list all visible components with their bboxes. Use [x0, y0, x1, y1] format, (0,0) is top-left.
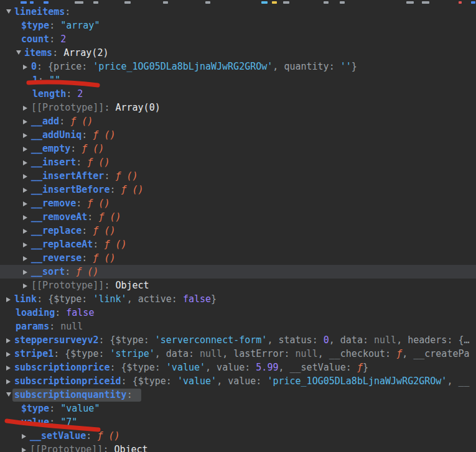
disclosure-triangle-right-icon[interactable] [6, 374, 14, 388]
console-row-replace-fn[interactable]: __replace: ƒ () [0, 224, 476, 238]
token-p: [[Prototype]] [31, 102, 104, 113]
console-row-remove-fn[interactable]: __remove: ƒ () [0, 196, 476, 210]
token-g: : [104, 170, 115, 182]
console-row-sort-fn[interactable]: __sort: ƒ () [0, 265, 476, 279]
token-b: false [183, 293, 211, 305]
console-row-replaceAt-fn[interactable]: __replaceAt: ƒ () [0, 238, 476, 251]
disclosure-triangle-right-icon[interactable] [23, 60, 31, 73]
disclosure-triangle-right-icon[interactable] [23, 265, 31, 279]
console-row-empty-fn[interactable]: __empty: ƒ () [0, 142, 476, 155]
token-s: 'stripe' [110, 348, 155, 359]
console-row-subscriptionprice[interactable]: subscriptionprice: {$type: 'value', valu… [0, 361, 476, 374]
disclosure-triangle-right-icon[interactable] [23, 128, 31, 142]
disclosure-triangle-right-icon[interactable] [23, 238, 31, 251]
disclosure-triangle-right-icon[interactable] [23, 142, 31, 155]
clipped-text-fragment [124, 1, 131, 4]
token-g: : [38, 75, 49, 86]
token-k: __empty [31, 143, 70, 154]
disclosure-triangle-right-icon[interactable] [23, 279, 31, 292]
console-row-subscriptionquantity-value[interactable]: value: "7" [0, 415, 476, 429]
token-g: } [352, 61, 357, 72]
console-row-removeAt-fn[interactable]: __removeAt: ƒ () [0, 210, 476, 224]
disclosure-triangle-right-icon[interactable] [23, 114, 31, 128]
token-f: ƒ () [104, 239, 126, 250]
clipped-text-fragment [340, 1, 345, 4]
clipped-console-row [0, 0, 476, 5]
disclosure-triangle-right-icon[interactable] [22, 443, 30, 452]
console-row-insertBefore-fn[interactable]: __insertBefore: ƒ () [0, 183, 476, 196]
clipped-text-fragment [283, 1, 289, 4]
clipped-text-fragment [93, 1, 98, 4]
token-g: , quantity: [273, 61, 340, 72]
disclosure-triangle-right-icon[interactable] [23, 196, 31, 210]
token-f: ƒ () [87, 157, 110, 168]
console-row-params[interactable]: params: null [0, 320, 476, 333]
console-row-subscriptionquantity[interactable]: subscriptionquantity: [0, 388, 476, 402]
console-row-lineitems-count[interactable]: count: 2 [0, 32, 476, 46]
console-row-subscriptionquantity-prototype[interactable]: [[Prototype]]: Object [0, 443, 476, 452]
disclosure-triangle-right-icon[interactable] [23, 224, 31, 238]
console-row-addUniq-fn[interactable]: __addUniq: ƒ () [0, 128, 476, 142]
disclosure-triangle-right-icon[interactable] [6, 361, 14, 374]
token-g: , __setValue: [278, 362, 357, 373]
token-k: $type [21, 20, 49, 31]
console-row-insert-fn[interactable]: __insert: ƒ () [0, 155, 476, 169]
disclosure-triangle-right-icon[interactable] [6, 292, 14, 306]
token-k: __remove [31, 198, 76, 209]
console-row-loading[interactable]: loading: false [0, 306, 476, 320]
token-b: false [66, 307, 94, 318]
console-row-stripe1[interactable]: stripe1: {$type: 'stripe', data: null, l… [0, 347, 476, 361]
token-k: params [16, 321, 49, 332]
console-row-items-0[interactable]: 0: {price: 'price_1OG05DLa8bLjnaWJwRG2GR… [0, 60, 476, 73]
token-k: 1 [32, 75, 38, 86]
console-row-add-fn[interactable]: __add: ƒ () [0, 114, 476, 128]
console-row-lineitems-type[interactable]: $type: "array" [0, 19, 476, 32]
token-k: subscriptionprice [14, 362, 110, 373]
disclosure-triangle-right-icon[interactable] [6, 333, 14, 347]
token-s: 'link' [93, 293, 126, 305]
console-row-items[interactable]: items: Array(2) [0, 46, 476, 60]
token-g: : {$type: [37, 293, 93, 305]
selection-highlight: subscriptionquantity: [12, 389, 141, 402]
token-g: : [49, 34, 60, 45]
disclosure-triangle-down-icon[interactable] [16, 46, 24, 60]
token-f: ƒ () [70, 116, 93, 127]
disclosure-triangle-right-icon[interactable] [23, 210, 31, 224]
console-row-items-1[interactable]: 1: "" [0, 73, 476, 87]
clipped-text-fragment [30, 1, 34, 4]
disclosure-triangle-right-icon[interactable] [23, 155, 31, 169]
clipped-text-fragment [44, 1, 49, 4]
console-row-lineitems-prototype[interactable]: [[Prototype]]: Object [0, 279, 476, 292]
disclosure-triangle-right-icon[interactable] [23, 169, 31, 183]
console-row-subscriptionquantity-type[interactable]: $type: "value" [0, 402, 476, 415]
disclosure-triangle-right-icon[interactable] [23, 101, 31, 114]
token-g: : [49, 403, 60, 414]
token-k: subscriptionpriceid [14, 376, 121, 387]
console-row-setValue-fn[interactable]: __setValue: ƒ () [0, 429, 476, 443]
token-k: __addUniq [31, 129, 82, 141]
clipped-text-fragment [163, 1, 168, 4]
console-row-reverse-fn[interactable]: __reverse: ƒ () [0, 251, 476, 265]
token-g: : [65, 266, 76, 277]
disclosure-triangle-right-icon[interactable] [6, 347, 14, 361]
token-g: : [127, 389, 133, 400]
disclosure-triangle-down-icon[interactable] [6, 5, 14, 19]
console-row-items-prototype[interactable]: [[Prototype]]: Array(0) [0, 101, 476, 114]
token-g: : {$type: [121, 376, 177, 387]
token-k: __replaceAt [31, 239, 93, 250]
disclosure-triangle-right-icon[interactable] [22, 429, 30, 443]
console-row-link[interactable]: link: {$type: 'link', active: false} [0, 292, 476, 306]
token-g: , __createPa [402, 348, 469, 359]
token-g: : [93, 239, 104, 250]
disclosure-triangle-right-icon[interactable] [23, 251, 31, 265]
token-k: __reverse [31, 252, 82, 264]
disclosure-triangle-right-icon[interactable] [23, 183, 31, 196]
console-row-lineitems[interactable]: lineitems: [0, 5, 476, 19]
console-row-items-length[interactable]: length: 2 [0, 87, 476, 101]
console-row-steppersurveyv2[interactable]: steppersurveyv2: {$type: 'serverconnect-… [0, 333, 476, 347]
console-row-subscriptionpriceid[interactable]: subscriptionpriceid: {$type: 'value', va… [0, 374, 476, 388]
console-row-insertAfter-fn[interactable]: __insertAfter: ƒ () [0, 169, 476, 183]
token-k: __insertBefore [31, 184, 110, 195]
clipped-text-fragment [261, 1, 268, 4]
token-g: : {$type: [54, 348, 110, 359]
